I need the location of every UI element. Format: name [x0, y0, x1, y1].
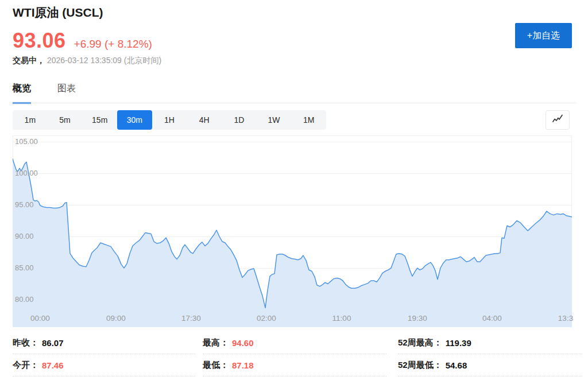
- tab-chart[interactable]: 图表: [57, 83, 76, 104]
- tab-overview[interactable]: 概览: [13, 83, 31, 104]
- stat-value: 119.39: [446, 338, 471, 348]
- timeframe-4H[interactable]: 4H: [187, 110, 222, 130]
- stat-value: 54.68: [446, 360, 467, 370]
- last-price: 93.06: [13, 29, 66, 53]
- timeframe-1D[interactable]: 1D: [222, 110, 257, 130]
- timeframe-1H[interactable]: 1H: [152, 110, 187, 130]
- status-label: 交易中，: [13, 56, 45, 65]
- stat-label: 昨收：: [13, 337, 38, 348]
- y-axis-tick: 85.00: [15, 263, 34, 272]
- timeframe-30m[interactable]: 30m: [117, 110, 152, 130]
- y-axis-tick: 95.00: [15, 200, 34, 209]
- stat-row: 52周最低：54.68: [398, 354, 582, 377]
- stat-value: 87.46: [42, 360, 64, 370]
- x-axis-tick: 00:00: [22, 314, 58, 323]
- timeframe-1m[interactable]: 1m: [13, 110, 48, 130]
- stat-row: 最低：87.18: [203, 354, 386, 377]
- stat-value: 94.60: [232, 338, 254, 348]
- timeframe-5m[interactable]: 5m: [48, 110, 83, 130]
- stat-label: 52周最低：: [398, 360, 442, 371]
- x-axis-tick: 17:30: [173, 314, 209, 323]
- stat-label: 52周最高：: [398, 337, 442, 348]
- y-axis-tick: 80.00: [15, 295, 34, 304]
- x-axis-tick: 09:00: [98, 314, 134, 323]
- price-chart[interactable]: 105.00100.0095.0090.0085.0080.0000:0009:…: [13, 135, 572, 327]
- stat-row: 52周最高：119.39: [398, 332, 582, 354]
- trending-line-icon: [552, 114, 563, 126]
- y-axis-tick: 100.00: [15, 169, 38, 177]
- price-area-fill: [13, 159, 572, 327]
- timeframe-15m[interactable]: 15m: [82, 110, 117, 130]
- y-axis-tick: 90.00: [15, 232, 34, 240]
- stat-row: 今开：87.46: [13, 354, 195, 377]
- timeframe-bar: 1m5m15m30m1H4H1D1W1M: [13, 110, 326, 130]
- chart-style-button[interactable]: [546, 110, 570, 130]
- stats-section: 昨收：86.07今开：87.46最高：94.60最低：87.1852周最高：11…: [13, 332, 582, 377]
- stat-column: 最高：94.60最低：87.18: [203, 332, 386, 377]
- stat-label: 最低：: [203, 360, 229, 371]
- timeframe-1M[interactable]: 1M: [291, 110, 326, 130]
- stat-column: 52周最高：119.3952周最低：54.68: [398, 332, 582, 377]
- add-watchlist-button[interactable]: +加自选: [515, 23, 572, 48]
- page-title: WTI原油 (USCL): [13, 5, 103, 21]
- quote-page: WTI原油 (USCL) 93.06 +6.99 (+ 8.12%) 交易中， …: [0, 0, 588, 392]
- stat-row: 最高：94.60: [203, 332, 386, 354]
- area-chart-svg: [13, 135, 572, 327]
- x-axis-tick: 04:00: [474, 314, 510, 323]
- stat-value: 87.18: [232, 360, 254, 370]
- price-row: 93.06 +6.99 (+ 8.12%): [13, 29, 152, 53]
- stat-label: 最高：: [203, 337, 229, 348]
- tab-bar: 概览图表: [13, 83, 76, 104]
- quote-timestamp: 2026-03-12 13:35:09 (北京时间): [47, 56, 161, 65]
- tab-divider: [11, 103, 577, 103]
- timeframe-1W[interactable]: 1W: [257, 110, 292, 130]
- stat-column: 昨收：86.07今开：87.46: [13, 332, 195, 377]
- price-change: +6.99 (+ 8.12%): [74, 38, 152, 51]
- trading-status: 交易中， 2026-03-12 13:35:09 (北京时间): [13, 56, 161, 66]
- x-axis-tick: 11:00: [324, 314, 359, 323]
- stat-row: 昨收：86.07: [13, 332, 195, 354]
- stat-label: 今开：: [13, 360, 38, 371]
- x-axis-tick: 19:30: [400, 314, 435, 323]
- y-axis-tick: 105.00: [15, 137, 38, 146]
- x-axis-tick: 13:3: [548, 314, 583, 323]
- stat-value: 86.07: [42, 338, 64, 348]
- x-axis-tick: 02:00: [249, 314, 284, 323]
